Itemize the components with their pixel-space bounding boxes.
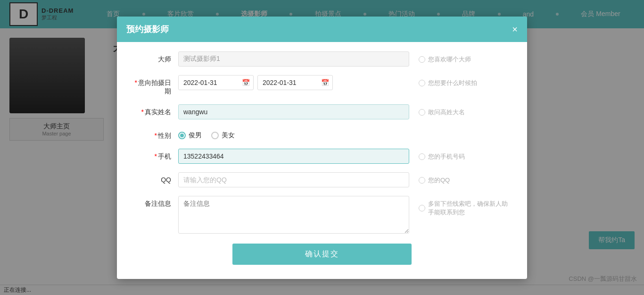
gender-hint <box>409 128 513 132</box>
background-page: D D-DREAM 梦工程 首页 客片欣赏 选摄影师 拍摄景点 热门活动 品牌 … <box>0 0 644 295</box>
note-input-area <box>178 196 409 235</box>
hint-circle-name <box>419 109 425 116</box>
qq-input-area <box>178 172 409 187</box>
booking-modal: 预约摄影师 × 大师 您喜欢哪个大师 <box>117 17 527 279</box>
note-hint: 多留下些线索吧，确保新人助手能联系到您 <box>409 196 513 217</box>
radio-male-circle <box>178 132 186 139</box>
qq-label: QQ <box>131 172 178 184</box>
required-star-name: * <box>141 108 144 116</box>
name-hint: 敢问高姓大名 <box>409 104 513 117</box>
submit-button[interactable]: 确认提交 <box>232 244 412 265</box>
gender-field-row: *性别 俊男 美女 <box>131 128 513 140</box>
phone-input-area <box>178 149 409 164</box>
hint-circle-phone <box>419 153 425 160</box>
radio-female-circle <box>211 132 219 139</box>
modal-overlay: 预约摄影师 × 大师 您喜欢哪个大师 <box>0 0 644 295</box>
date-field-row: *意向拍摄日期 📅 📅 <box>131 75 513 96</box>
qq-field-row: QQ 您的QQ <box>131 172 513 187</box>
date-label: *意向拍摄日期 <box>131 75 178 96</box>
hint-circle-qq <box>419 177 425 184</box>
hint-circle-master <box>419 56 425 63</box>
modal-title: 预约摄影师 <box>126 24 169 35</box>
master-label: 大师 <box>131 51 178 64</box>
gender-label: *性别 <box>131 128 178 140</box>
required-star-date: * <box>135 79 137 86</box>
gender-input-area: 俊男 美女 <box>178 128 409 140</box>
master-input-area <box>178 51 409 67</box>
date-input-area: 📅 📅 <box>178 75 409 90</box>
radio-female[interactable]: 美女 <box>211 131 235 140</box>
required-star-phone: * <box>155 152 157 160</box>
phone-label: *手机 <box>131 149 178 161</box>
modal-header: 预约摄影师 × <box>117 17 527 42</box>
name-input[interactable] <box>178 104 409 119</box>
note-field-row: 备注信息 多留下些线索吧，确保新人助手能联系到您 <box>131 196 513 235</box>
note-label: 备注信息 <box>131 196 178 208</box>
name-input-area <box>178 104 409 119</box>
master-input[interactable] <box>178 51 409 67</box>
close-button[interactable]: × <box>512 25 518 34</box>
date-start-wrap: 📅 <box>178 75 254 90</box>
name-label: *真实姓名 <box>131 104 178 117</box>
radio-male-dot <box>180 134 184 137</box>
calendar-start-icon[interactable]: 📅 <box>242 79 250 86</box>
phone-hint: 您的手机号码 <box>409 149 513 161</box>
qq-input[interactable] <box>178 172 409 187</box>
submit-row: 确认提交 <box>131 244 513 270</box>
date-hint: 您想要什么时候拍 <box>409 75 513 87</box>
hint-circle-note <box>419 205 425 211</box>
required-star-gender: * <box>155 132 157 139</box>
modal-body: 大师 您喜欢哪个大师 *意向拍摄日期 <box>117 42 527 279</box>
calendar-end-icon[interactable]: 📅 <box>321 79 329 86</box>
date-group: 📅 📅 <box>178 75 409 90</box>
hint-circle-date <box>419 80 425 86</box>
phone-field-row: *手机 您的手机号码 <box>131 149 513 164</box>
gender-radio-group: 俊男 美女 <box>178 128 409 140</box>
note-textarea[interactable] <box>178 196 409 234</box>
radio-male[interactable]: 俊男 <box>178 131 202 140</box>
master-field-row: 大师 您喜欢哪个大师 <box>131 51 513 67</box>
name-field-row: *真实姓名 敢问高姓大名 <box>131 104 513 119</box>
qq-hint: 您的QQ <box>409 172 513 185</box>
phone-input[interactable] <box>178 149 409 164</box>
date-end-wrap: 📅 <box>257 75 333 90</box>
master-hint: 您喜欢哪个大师 <box>409 51 513 64</box>
